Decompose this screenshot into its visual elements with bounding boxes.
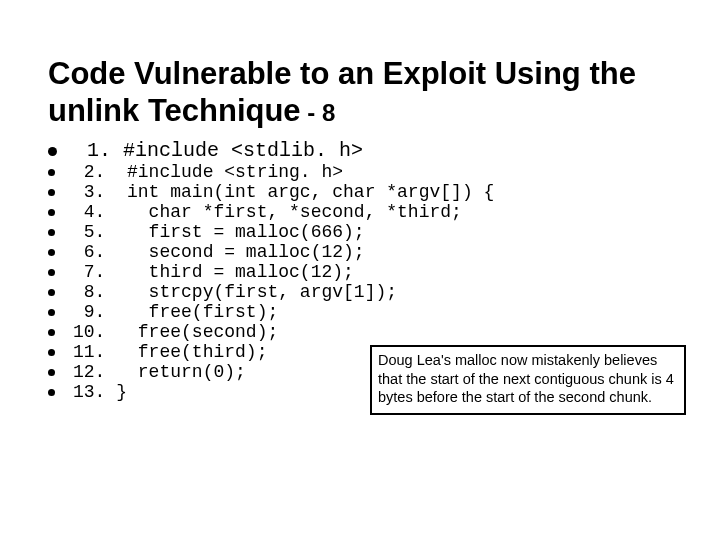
title-suffix: - 8 — [301, 99, 336, 126]
code-line: 2. #include <string. h> — [48, 162, 672, 182]
code-text: third = malloc(12); — [116, 262, 354, 282]
bullet-icon — [48, 389, 55, 396]
code-line: 10. free(second); — [48, 322, 672, 342]
code-line: 4. char *first, *second, *third; — [48, 202, 672, 222]
code-line: 5. first = malloc(666); — [48, 222, 672, 242]
bullet-icon — [48, 229, 55, 236]
code-text: second = malloc(12); — [116, 242, 364, 262]
line-number: 1. — [75, 139, 123, 162]
code-line: 3. int main(int argc, char *argv[]) { — [48, 182, 672, 202]
code-line: 9. free(first); — [48, 302, 672, 322]
line-number: 13. — [73, 382, 116, 402]
bullet-icon — [48, 369, 55, 376]
line-number: 5. — [73, 222, 116, 242]
line-number: 7. — [73, 262, 116, 282]
code-line: 6. second = malloc(12); — [48, 242, 672, 262]
code-text: strcpy(first, argv[1]); — [116, 282, 397, 302]
bullet-icon — [48, 147, 57, 156]
code-text: #include <string. h> — [116, 162, 343, 182]
code-text: char *first, *second, *third; — [116, 202, 462, 222]
bullet-icon — [48, 249, 55, 256]
line-number: 12. — [73, 362, 116, 382]
code-text: } — [116, 382, 127, 402]
code-line: 7. third = malloc(12); — [48, 262, 672, 282]
line-number: 9. — [73, 302, 116, 322]
bullet-icon — [48, 349, 55, 356]
code-text: #include <stdlib. h> — [123, 139, 363, 162]
line-number: 11. — [73, 342, 116, 362]
title-main: Code Vulnerable to an Exploit Using the … — [48, 56, 636, 128]
line-number: 4. — [73, 202, 116, 222]
code-text: free(second); — [116, 322, 278, 342]
bullet-icon — [48, 189, 55, 196]
bullet-icon — [48, 209, 55, 216]
annotation-callout: Doug Lea's malloc now mistakenly believe… — [370, 345, 686, 415]
bullet-icon — [48, 309, 55, 316]
callout-text: Doug Lea's malloc now mistakenly believe… — [378, 352, 674, 405]
code-text: free(first); — [116, 302, 278, 322]
code-text: return(0); — [116, 362, 246, 382]
bullet-icon — [48, 329, 55, 336]
bullet-icon — [48, 169, 55, 176]
bullet-icon — [48, 289, 55, 296]
code-line: 8. strcpy(first, argv[1]); — [48, 282, 672, 302]
bullet-icon — [48, 269, 55, 276]
code-text: free(third); — [116, 342, 267, 362]
slide-title: Code Vulnerable to an Exploit Using the … — [48, 56, 672, 129]
code-text: int main(int argc, char *argv[]) { — [116, 182, 494, 202]
line-number: 10. — [73, 322, 116, 342]
line-number: 3. — [73, 182, 116, 202]
line-number: 6. — [73, 242, 116, 262]
code-text: first = malloc(666); — [116, 222, 364, 242]
code-line: 1. #include <stdlib. h> — [48, 139, 672, 162]
line-number: 2. — [73, 162, 116, 182]
slide: Code Vulnerable to an Exploit Using the … — [0, 0, 720, 540]
line-number: 8. — [73, 282, 116, 302]
